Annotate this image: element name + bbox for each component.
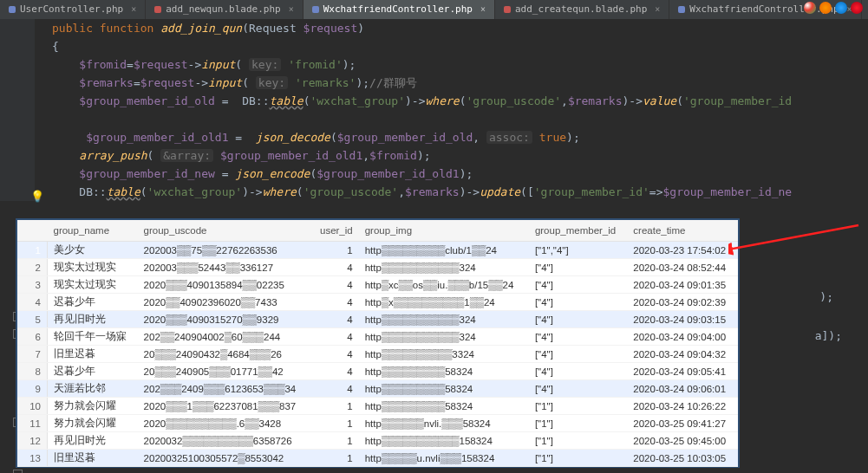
cell[interactable]: 2020-03-25 09:41:27 — [627, 415, 738, 432]
cell[interactable]: http▒▒▒▒▒▒▒▒▒▒3324 — [359, 346, 529, 363]
table-row[interactable]: 4迟暮少年2020▒▒40902396020▒▒74334http▒x▒▒▒▒▒… — [17, 294, 738, 311]
cell[interactable]: 再见旧时光 — [48, 432, 138, 450]
cell[interactable]: 迟暮少年 — [48, 294, 138, 311]
col-rownum[interactable] — [17, 220, 48, 242]
cell[interactable]: 4 — [311, 276, 359, 294]
cell[interactable]: ["4"] — [529, 311, 627, 328]
cell[interactable]: 2020▒▒▒4090135894▒▒02235 — [138, 276, 311, 294]
cell[interactable]: 202003▒▒▒52443▒▒336127 — [138, 259, 311, 276]
cell[interactable]: 努力就会闪耀 — [48, 398, 138, 415]
editor-tab[interactable]: WxchatfriendController.php× — [303, 0, 495, 19]
table-row[interactable]: 8迟暮少年20▒▒▒240905▒▒▒01771▒▒424http▒▒▒▒▒▒▒… — [17, 363, 738, 380]
cell[interactable]: 1 — [17, 242, 48, 259]
cell[interactable]: http▒▒▒▒▒▒▒▒▒58324 — [359, 363, 529, 380]
code-editor[interactable]: 💡 public function add_join_qun(Request $… — [0, 19, 868, 201]
cell[interactable]: 2020-03-24 09:05:41 — [627, 363, 738, 380]
table-row[interactable]: 11努力就会闪耀2020▒▒▒▒▒▒▒▒▒▒.6▒▒34281http▒▒▒▒▒… — [17, 415, 738, 432]
cell[interactable]: ["1"] — [529, 450, 627, 467]
cell[interactable]: ["1"] — [529, 398, 627, 415]
cell[interactable]: ["4"] — [529, 346, 627, 363]
cell[interactable]: 轮回千年一场寐 — [48, 328, 138, 346]
table-row[interactable]: 12再见旧时光2020032▒▒▒▒▒▒▒▒▒▒63587261http▒▒▒▒… — [17, 432, 738, 450]
cell[interactable]: 4 — [311, 346, 359, 363]
cell[interactable]: ["4"] — [529, 363, 627, 380]
cell[interactable]: 7 — [17, 346, 48, 363]
cell[interactable]: 4 — [311, 294, 359, 311]
cell[interactable]: 2020-03-23 17:54:02 — [627, 242, 738, 259]
cell[interactable]: 2020▒▒▒1▒▒▒62237081▒▒▒837 — [138, 398, 311, 415]
cell[interactable]: 13 — [17, 450, 48, 467]
cell[interactable]: 1 — [311, 432, 359, 450]
col-group-member-id[interactable]: group_member_id — [529, 220, 627, 242]
col-group-uscode[interactable]: group_uscode — [138, 220, 311, 242]
intention-bulb-icon[interactable]: 💡 — [30, 187, 44, 205]
col-user-id[interactable]: user_id — [311, 220, 359, 242]
cell[interactable]: 1 — [311, 415, 359, 432]
cell[interactable]: 2020-03-24 09:01:35 — [627, 276, 738, 294]
cell[interactable]: 4 — [311, 328, 359, 346]
table-row[interactable]: 7旧里迟暮20▒▒▒24090432▒4684▒▒▒264http▒▒▒▒▒▒▒… — [17, 346, 738, 363]
cell[interactable]: 美少女 — [48, 242, 138, 259]
cell[interactable]: 迟暮少年 — [48, 363, 138, 380]
col-create-time[interactable]: create_time — [627, 220, 738, 242]
cell[interactable]: 2020-03-24 09:04:00 — [627, 328, 738, 346]
cell[interactable]: ["4"] — [529, 259, 627, 276]
cell[interactable]: 4 — [311, 259, 359, 276]
cell[interactable]: 2020-03-24 09:02:39 — [627, 294, 738, 311]
cell[interactable]: ["4"] — [529, 276, 627, 294]
cell[interactable]: http▒▒▒▒▒▒▒▒▒▒▒324 — [359, 328, 529, 346]
cell[interactable]: 20200325100305572▒8553042 — [138, 450, 311, 467]
cell[interactable]: ["1"] — [529, 415, 627, 432]
cell[interactable]: 现实太过现实 — [48, 276, 138, 294]
cell[interactable]: 4 — [17, 294, 48, 311]
db-result-grid[interactable]: group_name group_uscode user_id group_im… — [16, 218, 740, 468]
cell[interactable]: 2020-03-24 08:52:44 — [627, 259, 738, 276]
chrome-icon[interactable] — [804, 2, 816, 14]
cell[interactable]: 11 — [17, 415, 48, 432]
cell[interactable]: 2020-03-24 09:06:01 — [627, 380, 738, 398]
table-row[interactable]: 2现实太过现实202003▒▒▒52443▒▒3361274http▒▒▒▒▒▒… — [17, 259, 738, 276]
cell[interactable]: ["1"] — [529, 432, 627, 450]
table-row[interactable]: 6轮回千年一场寐202▒▒240904002▒60▒▒▒2444http▒▒▒▒… — [17, 328, 738, 346]
cell[interactable]: 2020▒▒40902396020▒▒7433 — [138, 294, 311, 311]
cell[interactable]: 202▒▒240904002▒60▒▒▒244 — [138, 328, 311, 346]
cell[interactable]: 5 — [17, 311, 48, 328]
cell[interactable]: 20▒▒▒24090432▒4684▒▒▒26 — [138, 346, 311, 363]
cell[interactable]: 1 — [311, 398, 359, 415]
editor-tab[interactable]: UserController.php× — [0, 0, 146, 19]
cell[interactable]: 8 — [17, 363, 48, 380]
col-group-img[interactable]: group_img — [359, 220, 529, 242]
cell[interactable]: 3 — [17, 276, 48, 294]
table-row[interactable]: 5再见旧时光2020▒▒▒4090315270▒▒93294http▒▒▒▒▒▒… — [17, 311, 738, 328]
cell[interactable]: ["4"] — [529, 328, 627, 346]
cell[interactable]: 9 — [17, 380, 48, 398]
cell[interactable]: 202▒▒▒2409▒▒▒6123653▒▒▒34 — [138, 380, 311, 398]
cell[interactable]: 旧里迟暮 — [48, 450, 138, 467]
cell[interactable]: 旧里迟暮 — [48, 346, 138, 363]
cell[interactable]: 12 — [17, 432, 48, 450]
cell[interactable]: http▒▒▒▒▒▒nvli.▒▒▒58324 — [359, 415, 529, 432]
cell[interactable]: 2020-03-24 10:26:22 — [627, 398, 738, 415]
table-row[interactable]: 1美少女202003▒▒75▒▒227622635361http▒▒▒▒▒▒▒▒… — [17, 242, 738, 259]
cell[interactable]: 4 — [311, 311, 359, 328]
cell[interactable]: ["4"] — [529, 380, 627, 398]
cell[interactable]: 202003▒▒75▒▒22762263536 — [138, 242, 311, 259]
table-row[interactable]: 13旧里迟暮20200325100305572▒85530421http▒▒▒▒… — [17, 450, 738, 467]
cell[interactable]: 6 — [17, 328, 48, 346]
opera-icon[interactable] — [851, 2, 863, 14]
cell[interactable]: 1 — [311, 242, 359, 259]
cell[interactable]: 努力就会闪耀 — [48, 415, 138, 432]
close-icon[interactable]: × — [289, 0, 294, 19]
cell[interactable]: ["1","4"] — [529, 242, 627, 259]
cell[interactable]: 2020-03-24 09:04:32 — [627, 346, 738, 363]
cell[interactable]: 10 — [17, 398, 48, 415]
cell[interactable]: 20▒▒▒240905▒▒▒01771▒▒42 — [138, 363, 311, 380]
cell[interactable]: 4 — [311, 363, 359, 380]
cell[interactable]: http▒▒▒▒▒▒▒▒▒▒▒158324 — [359, 432, 529, 450]
cell[interactable]: http▒▒▒▒▒▒▒▒▒▒▒324 — [359, 259, 529, 276]
cell[interactable]: http▒xc▒▒os▒▒iu.▒▒▒b/15▒▒24 — [359, 276, 529, 294]
cell[interactable]: http▒x▒▒▒▒▒▒▒▒▒▒1▒▒24 — [359, 294, 529, 311]
cell[interactable]: 2020-03-25 09:45:00 — [627, 432, 738, 450]
firefox-icon[interactable] — [819, 2, 832, 14]
fold-box-icon[interactable] — [13, 470, 23, 473]
